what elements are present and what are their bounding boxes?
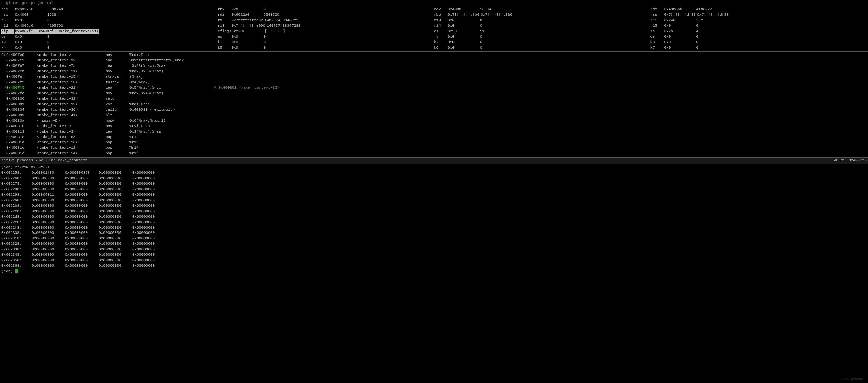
disasm-row[interactable]: 0x400804 <make_fcontext+36> callq 0x4005… <box>0 107 868 113</box>
reg-name: ds <box>1 34 14 40</box>
disasm-arrow <box>1 102 6 107</box>
mem-val: 0x00000000 <box>99 252 129 258</box>
reg-name: eflags <box>218 29 232 34</box>
reg-dec: 0x7fffffffdfb0 <box>481 12 512 18</box>
disasm-row[interactable]: 0x40081e <take_fcontext+14> pop %r15 <box>0 151 868 156</box>
disasm-arrow <box>1 129 6 135</box>
disasm-row[interactable]: 0x4007f2 <make_fcontext+18> fnstcw 0x4(%… <box>0 80 868 85</box>
reg-name: rsi <box>1 12 14 18</box>
reg-name: k2 <box>434 40 446 45</box>
reg-val: 0x4000 <box>448 7 479 12</box>
reg-col-3: rcx 0x4000 16384 rbp 0x7fffffffdfb0 0x7f… <box>434 7 650 51</box>
reg-val: 0x7fffffffdf88 <box>664 12 696 18</box>
disasm-row[interactable]: 0x400810 <take_fcontext> mov %rsi,%rsp <box>0 124 868 129</box>
mem-val: 0x00000000 <box>65 181 96 187</box>
disasm-row[interactable]: 0x4007e7 <make_fcontext+7> lea -0x48(%ra… <box>0 63 868 69</box>
mem-val: 0x00000000 <box>32 187 62 192</box>
disasm-mnem: xor <box>106 102 129 107</box>
disasm-row[interactable]: 0x4007ef <make_fcontext+15> stmxcsr (%ra… <box>0 74 868 80</box>
mem-addr: 0x602278: <box>1 181 29 187</box>
disasm-row[interactable]: 0x400809 <make_fcontext+41> hlt <box>0 113 868 118</box>
reg-row: rsp 0x7fffffffdf88 0x7fffffffdf88 <box>650 12 867 18</box>
mem-val: 0x00000000 <box>65 258 96 263</box>
disasm-ops: %r13 <box>129 140 205 145</box>
reg-name: rbp <box>434 12 446 18</box>
mem-val: 0x00000000 <box>32 230 62 236</box>
reg-row: eflags 0x206 [ PF IF ] <box>218 29 434 34</box>
reg-row: k4 0x0 0 <box>1 45 218 51</box>
mem-val: 0x00000000 <box>99 241 129 247</box>
mem-val: 0x00000000 <box>132 236 163 241</box>
mem-val: 0x00000000 <box>132 241 163 247</box>
reg-val: 0x0 <box>232 34 262 40</box>
disasm-addr: 0x400801 <box>6 102 37 107</box>
disasm-panel: B+ 0x4007e0 <make_fcontext> mov %rdi,%ra… <box>0 51 868 157</box>
disasm-ops: %r12 <box>129 135 205 140</box>
disasm-row[interactable]: 0x400801 <make_fcontext+33> xor %rdi,%rd… <box>0 102 868 107</box>
disasm-arrow <box>1 74 6 80</box>
reg-val: 0x0 <box>448 23 479 29</box>
reg-name: k0 <box>1 40 14 45</box>
disasm-arrow <box>1 151 6 156</box>
disasm-row-current[interactable]: => 0x4007f5 <make_fcontext+21> lea 0x5(%… <box>0 85 868 91</box>
mem-addr: 0x6022a8: <box>1 198 29 203</box>
disasm-row[interactable]: 0x40081c <take_fcontext+12> pop %r14 <box>0 145 868 151</box>
disasm-ops: 0x0(%rax,%rax,1) <box>129 118 205 124</box>
disasm-ops: %r15 <box>129 151 205 156</box>
disasm-arrow <box>1 69 6 74</box>
disasm-func: <take_fcontext+12> <box>37 145 106 151</box>
reg-name: k5 <box>218 45 230 51</box>
disasm-mnem: callq <box>106 107 129 113</box>
mem-val: 0x00000000 <box>99 170 129 176</box>
mem-val: 0x00000000 <box>132 192 163 198</box>
reg-name: r8 <box>1 18 14 23</box>
disasm-row[interactable]: 0x4007eb <make_fcontext+11> mov %rdx,0x3… <box>0 69 868 74</box>
disasm-row[interactable]: 0x4007fc <make_fcontext+28> mov %rcx,0x4… <box>0 91 868 96</box>
mem-addr: 0x602368: <box>1 263 29 269</box>
reg-dec: 0 <box>480 40 482 45</box>
disasm-arrow <box>1 80 6 85</box>
mem-row: 0x602298: 0x00004011 0x00000000 0x000000… <box>1 192 867 198</box>
reg-row: k7 0x0 0 <box>650 45 867 51</box>
reg-val: 0x0 <box>664 34 695 40</box>
reg-name: k6 <box>434 45 446 51</box>
mem-addr: 0x602338: <box>1 247 29 252</box>
disasm-ops: %rdi,%rax <box>129 52 205 58</box>
reg-val-rip: 0x4007f5 0x4007f5 <make_fcontext+21> <box>15 29 99 34</box>
disasm-addr: 0x4007fc <box>6 91 37 96</box>
disasm-arrow <box>1 145 6 151</box>
disasm-addr: 0x40080a <box>6 118 37 124</box>
disasm-ops: $0xfffffffffffffff0,%rax <box>129 58 205 63</box>
mem-row: 0x6022f8: 0x00000000 0x00000000 0x000000… <box>1 225 867 231</box>
disasm-addr: 0x400818 <box>6 135 37 140</box>
status-right: L59 PC: 0x4007f5 <box>830 158 867 164</box>
register-title: Register group: general <box>1 1 867 6</box>
mem-val: 0x00000000 <box>32 198 62 203</box>
disasm-func: <take_fcontext+10> <box>37 140 106 145</box>
reg-val: 0x0 <box>232 45 262 51</box>
disasm-row[interactable]: 0x40080a <finish+9> nopw 0x0(%rax,%rax,1… <box>0 118 868 124</box>
disasm-row[interactable]: 0x400818 <take_fcontext+8> pop %r12 <box>0 135 868 140</box>
mem-val: 0x00000000 <box>32 236 62 241</box>
mem-val: 0x00000000 <box>132 220 163 225</box>
disasm-row[interactable]: 0x400813 <take_fcontext+3> lea 0x8(%rsp)… <box>0 129 868 135</box>
reg-row: cs 0x33 51 <box>434 29 650 34</box>
reg-dec: 6300320 <box>264 12 280 18</box>
mem-addr: 0x6022b8: <box>1 203 29 209</box>
disasm-func: <make_fcontext+32> <box>37 96 106 102</box>
disasm-row[interactable]: 0x40081a <take_fcontext+10> pop %r13 <box>0 140 868 145</box>
disasm-row[interactable]: 0x400800 <make_fcontext+32> retq <box>0 96 868 102</box>
disasm-mnem: fnstcw <box>106 80 129 85</box>
reg-row: ds 0x0 0 <box>1 34 218 40</box>
mem-val: 0x00000000 <box>65 220 96 225</box>
reg-row: k1 0x0 0 <box>218 40 434 45</box>
disasm-func: <make_fcontext+33> <box>37 102 106 107</box>
disasm-ops: 0x4(%rax) <box>129 80 205 85</box>
watermark: CSDN @v0258B <box>841 377 865 382</box>
reg-name: k3 <box>650 40 663 45</box>
mem-val: 0x00000000 <box>65 198 96 203</box>
disasm-addr: 0x400804 <box>6 107 37 113</box>
disasm-row[interactable]: 0x4007e3 <make_fcontext+3> and $0xffffff… <box>0 58 868 63</box>
disasm-row[interactable]: B+ 0x4007e0 <make_fcontext> mov %rdi,%ra… <box>0 52 868 58</box>
reg-name: k7 <box>650 45 663 51</box>
